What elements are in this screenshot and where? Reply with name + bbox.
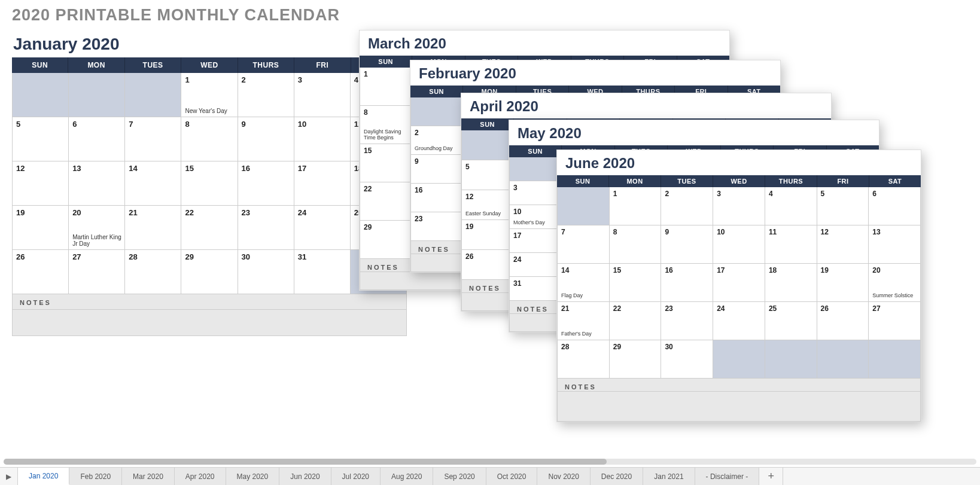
day-cell[interactable]: [125, 73, 181, 117]
sheet-tab[interactable]: Jan 2020: [18, 468, 69, 485]
day-cell[interactable]: 22: [360, 182, 413, 221]
day-cell[interactable]: 27: [869, 302, 921, 340]
day-cell[interactable]: 5: [461, 160, 515, 190]
day-cell[interactable]: 24: [294, 206, 351, 250]
day-cell[interactable]: 18: [765, 264, 817, 302]
day-cell[interactable]: 17: [294, 161, 351, 206]
day-cell[interactable]: 7: [125, 117, 181, 161]
day-cell[interactable]: [713, 340, 765, 379]
day-cell[interactable]: [817, 340, 869, 379]
day-cell[interactable]: 29: [610, 340, 662, 379]
sheet-tab[interactable]: Dec 2020: [591, 468, 643, 485]
sheet-tab[interactable]: Mar 2020: [122, 468, 175, 485]
day-cell[interactable]: 31: [294, 250, 351, 294]
sheet-tab[interactable]: Jan 2021: [643, 468, 695, 485]
sheet-tab[interactable]: Sep 2020: [433, 468, 486, 485]
notes-area[interactable]: [12, 310, 407, 336]
day-cell[interactable]: 28: [125, 250, 181, 294]
day-cell[interactable]: 17: [509, 229, 562, 253]
day-cell[interactable]: 4: [765, 187, 817, 225]
day-cell[interactable]: 23: [410, 212, 464, 241]
day-cell[interactable]: 1: [360, 68, 413, 106]
day-cell[interactable]: 30: [238, 250, 294, 294]
day-cell[interactable]: 22: [610, 302, 662, 340]
day-cell[interactable]: [461, 130, 515, 160]
notes-area[interactable]: [557, 392, 921, 422]
day-cell[interactable]: 15: [181, 161, 238, 206]
day-cell[interactable]: 9: [661, 225, 713, 264]
day-cell[interactable]: 13: [69, 161, 125, 206]
day-cell[interactable]: 26: [817, 302, 869, 340]
day-cell[interactable]: [12, 73, 69, 117]
sheet-tab[interactable]: Feb 2020: [69, 468, 122, 485]
day-cell[interactable]: 12: [12, 161, 69, 206]
day-cell[interactable]: 8Daylight Saving Time Begins: [360, 106, 413, 144]
day-cell[interactable]: 20Martin Luther King Jr Day: [69, 206, 125, 250]
day-cell[interactable]: 6: [869, 187, 921, 225]
day-cell[interactable]: 12: [817, 225, 869, 264]
day-cell[interactable]: 3: [713, 187, 765, 225]
day-cell[interactable]: 15: [360, 144, 413, 182]
day-cell[interactable]: 19: [817, 264, 869, 302]
day-cell[interactable]: 2: [238, 73, 294, 117]
day-cell[interactable]: 16: [661, 264, 713, 302]
day-cell[interactable]: 9: [410, 155, 464, 184]
day-cell[interactable]: 8: [610, 225, 662, 264]
day-cell[interactable]: [69, 73, 125, 117]
day-cell[interactable]: 29: [360, 221, 413, 259]
day-cell[interactable]: 31: [509, 277, 562, 301]
day-cell[interactable]: 16: [410, 184, 464, 212]
day-cell[interactable]: 2: [661, 187, 713, 225]
day-cell[interactable]: 26: [12, 250, 69, 294]
day-cell[interactable]: 23: [238, 206, 294, 250]
sheet-tab[interactable]: Nov 2020: [537, 468, 590, 485]
day-cell[interactable]: [410, 97, 464, 126]
day-cell[interactable]: 1: [610, 187, 662, 225]
day-cell[interactable]: [557, 187, 610, 225]
day-cell[interactable]: 21Father's Day: [557, 302, 610, 340]
day-cell[interactable]: 28: [557, 340, 610, 379]
day-cell[interactable]: 8: [181, 117, 238, 161]
sheet-tab[interactable]: May 2020: [226, 468, 280, 485]
day-cell[interactable]: 24: [713, 302, 765, 340]
sheet-tab[interactable]: Oct 2020: [486, 468, 538, 485]
day-cell[interactable]: 6: [69, 117, 125, 161]
day-cell[interactable]: 5: [12, 117, 69, 161]
day-cell[interactable]: 16: [238, 161, 294, 206]
sheet-tab[interactable]: Aug 2020: [381, 468, 433, 485]
horizontal-scrollbar[interactable]: [4, 459, 976, 465]
day-cell[interactable]: 5: [817, 187, 869, 225]
sheet-tab[interactable]: Jul 2020: [331, 468, 381, 485]
day-cell[interactable]: 19: [12, 206, 69, 250]
day-cell[interactable]: 15: [610, 264, 662, 302]
day-cell[interactable]: [765, 340, 817, 379]
day-cell[interactable]: 12Easter Sunday: [461, 190, 515, 220]
day-cell[interactable]: 24: [509, 253, 562, 277]
day-cell[interactable]: 13: [869, 225, 921, 264]
day-cell[interactable]: 27: [69, 250, 125, 294]
add-sheet-button[interactable]: +: [759, 468, 783, 485]
day-cell[interactable]: 29: [181, 250, 238, 294]
sheet-tab[interactable]: Jun 2020: [279, 468, 331, 485]
day-cell[interactable]: 14Flag Day: [557, 264, 610, 302]
day-cell[interactable]: 22: [181, 206, 238, 250]
day-cell[interactable]: 2Groundhog Day: [410, 126, 464, 155]
day-cell[interactable]: 19: [461, 220, 515, 250]
day-cell[interactable]: 20Summer Solstice: [869, 264, 921, 302]
day-cell[interactable]: 21: [125, 206, 181, 250]
scrollbar-thumb[interactable]: [4, 459, 607, 465]
day-cell[interactable]: 10: [713, 225, 765, 264]
tab-nav-button[interactable]: ▶: [0, 468, 18, 485]
day-cell[interactable]: 23: [661, 302, 713, 340]
day-cell[interactable]: 7: [557, 225, 610, 264]
day-cell[interactable]: 11: [765, 225, 817, 264]
day-cell[interactable]: 3: [509, 181, 562, 205]
day-cell[interactable]: 1New Year's Day: [181, 73, 238, 117]
day-cell[interactable]: 25: [765, 302, 817, 340]
day-cell[interactable]: 10Mother's Day: [509, 205, 562, 229]
day-cell[interactable]: [509, 157, 562, 181]
day-cell[interactable]: 17: [713, 264, 765, 302]
sheet-tab[interactable]: Apr 2020: [175, 468, 226, 485]
day-cell[interactable]: 30: [661, 340, 713, 379]
day-cell[interactable]: 3: [294, 73, 351, 117]
